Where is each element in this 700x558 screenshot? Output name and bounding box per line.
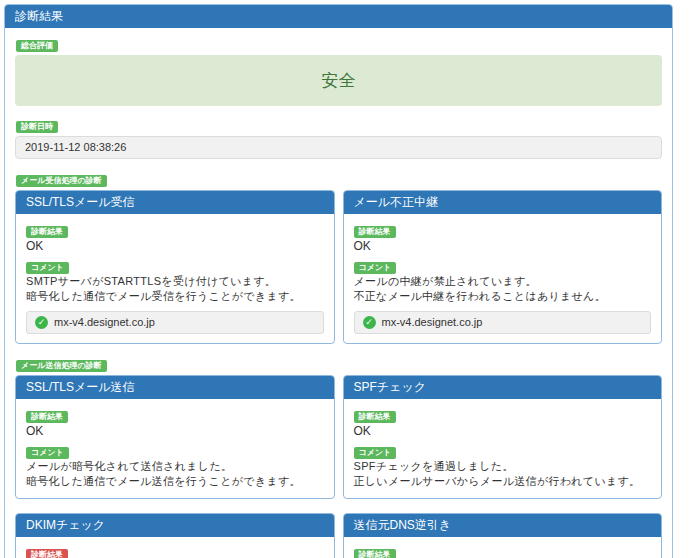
comment-line: SMTPサーバがSTARTTLSを受け付けています。 [26,274,324,289]
comment-line: メールの中継が禁止されています。 [354,274,652,289]
server-box: ✓ mx-v4.designet.co.jp [26,311,324,334]
datetime-badge: 診断日時 [16,121,58,133]
result-badge: 診断結果 [354,411,396,423]
panel-spf-check: SPFチェック 診断結果 OK コメント SPFチェックを通過しました。 正しい… [343,375,663,499]
panel-title: SPFチェック [344,376,662,399]
server-box: ✓ mx-v4.designet.co.jp [354,311,652,334]
receive-panels-row: SSL/TLSメール受信 診断結果 OK コメント SMTPサーバがSTARTT… [15,190,662,344]
diagnosis-results-panel: 診断結果 総合評価 安全 診断日時 2019-11-12 08:38:26 メー… [4,4,673,558]
panel-title: DKIMチェック [16,514,334,537]
panel-title: SSL/TLSメール受信 [16,191,334,214]
comment-badge: コメント [26,447,69,459]
result-value: OK [354,239,652,254]
comment-line: メールが暗号化されて送信されました。 [26,459,324,474]
datetime-value: 2019-11-12 08:38:26 [15,136,662,159]
page-body: 総合評価 安全 診断日時 2019-11-12 08:38:26 メール受信処理… [5,28,672,558]
comment-badge: コメント [354,447,397,459]
send-panels-row-1: SSL/TLSメール送信 診断結果 OK コメント メールが暗号化されて送信され… [15,375,662,499]
panel-title: 送信元DNS逆引き [344,514,662,537]
server-name: mx-v4.designet.co.jp [382,315,483,330]
result-value: OK [26,424,324,439]
comment-line: 暗号化した通信でメール受信を行うことができます。 [26,289,324,304]
check-circle-icon: ✓ [363,316,376,329]
panel-title: SSL/TLSメール送信 [16,376,334,399]
panel-ssl-tls-send: SSL/TLSメール送信 診断結果 OK コメント メールが暗号化されて送信され… [15,375,335,499]
page-title: 診断結果 [5,5,672,28]
result-badge: 診断結果 [26,411,68,423]
section-badge-send: メール送信処理の診断 [16,360,107,372]
comment-line: 不正なメール中継を行われることはありません。 [354,289,652,304]
panel-title: メール不正中継 [344,191,662,214]
comment-line: SPFチェックを通過しました。 [354,459,652,474]
overall-rating-badge: 総合評価 [16,40,58,52]
result-badge: 診断結果 [26,226,68,238]
result-value: OK [354,424,652,439]
comment-line: 正しいメールサーバからメール送信が行われています。 [354,474,652,489]
comment-badge: コメント [26,262,69,274]
panel-dns-reverse-lookup: 送信元DNS逆引き 診断結果 OK コメント 送信元IPアドレスの逆引きが正しく… [343,513,663,558]
section-badge-receive: メール受信処理の診断 [16,175,107,187]
panel-mail-relay: メール不正中継 診断結果 OK コメント メールの中継が禁止されています。 不正… [343,190,663,344]
result-value: OK [26,239,324,254]
check-circle-icon: ✓ [35,316,48,329]
overall-rating-value: 安全 [15,55,662,106]
send-panels-row-2: DKIMチェック 診断結果 NG コメント DKIMチェックが不正と判断されまし… [15,513,662,558]
result-badge: 診断結果 [354,226,396,238]
comment-line: 暗号化した通信でメール送信を行うことができます。 [26,474,324,489]
result-badge: 診断結果 [354,549,396,558]
panel-dkim-check: DKIMチェック 診断結果 NG コメント DKIMチェックが不正と判断されまし… [15,513,335,558]
result-badge: 診断結果 [26,549,68,558]
server-name: mx-v4.designet.co.jp [54,315,155,330]
panel-ssl-tls-receive: SSL/TLSメール受信 診断結果 OK コメント SMTPサーバがSTARTT… [15,190,335,344]
comment-badge: コメント [354,262,397,274]
